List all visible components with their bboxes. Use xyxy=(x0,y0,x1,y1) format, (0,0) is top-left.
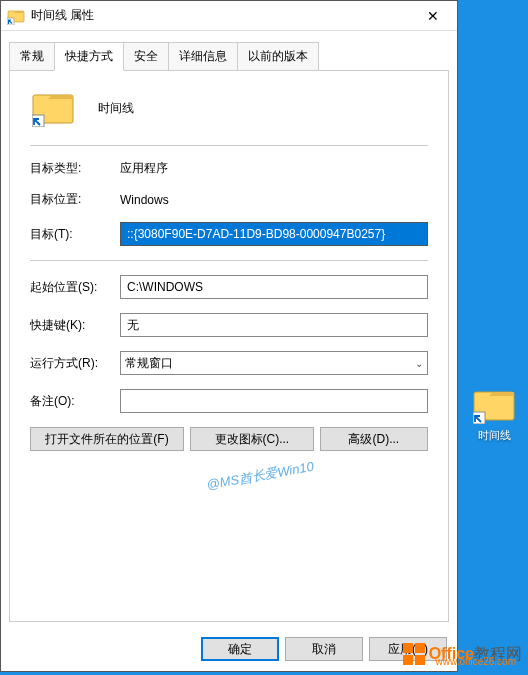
ok-button[interactable]: 确定 xyxy=(201,637,279,661)
brand-watermark: Office教程网 www.office26.com xyxy=(401,641,522,667)
desktop-shortcut-icon[interactable]: 时间线 xyxy=(468,386,520,443)
comment-input[interactable] xyxy=(120,389,428,413)
advanced-button[interactable]: 高级(D)... xyxy=(320,427,428,451)
desktop-shortcut-label: 时间线 xyxy=(468,428,520,443)
brand-logo-icon xyxy=(401,641,427,667)
target-input[interactable] xyxy=(120,222,428,246)
item-name: 时间线 xyxy=(98,100,134,117)
svg-rect-7 xyxy=(415,643,425,653)
tab-panel-shortcut: 时间线 目标类型: 应用程序 目标位置: Windows 目标(T): 起始位置… xyxy=(9,70,449,622)
label-target: 目标(T): xyxy=(30,226,120,243)
brand-url: www.office26.com xyxy=(436,656,516,667)
svg-rect-6 xyxy=(403,643,413,653)
open-file-location-button[interactable]: 打开文件所在的位置(F) xyxy=(30,427,184,451)
properties-dialog: 时间线 属性 ✕ 常规 快捷方式 安全 详细信息 以前的版本 时间线 目标类型:… xyxy=(0,0,458,672)
tab-security[interactable]: 安全 xyxy=(123,42,169,71)
value-target-type: 应用程序 xyxy=(120,160,168,177)
label-target-type: 目标类型: xyxy=(30,160,120,177)
folder-shortcut-icon xyxy=(473,386,515,424)
separator xyxy=(30,260,428,261)
value-target-location: Windows xyxy=(120,193,169,207)
item-folder-icon xyxy=(32,89,74,127)
label-run: 运行方式(R): xyxy=(30,355,120,372)
run-select[interactable]: 常规窗口 ⌄ xyxy=(120,351,428,375)
label-target-location: 目标位置: xyxy=(30,191,120,208)
tab-previous-versions[interactable]: 以前的版本 xyxy=(237,42,319,71)
titlebar-folder-icon xyxy=(7,7,25,25)
tab-details[interactable]: 详细信息 xyxy=(168,42,238,71)
change-icon-button[interactable]: 更改图标(C)... xyxy=(190,427,314,451)
svg-rect-9 xyxy=(415,655,425,665)
chevron-down-icon: ⌄ xyxy=(415,358,423,369)
tab-bar: 常规 快捷方式 安全 详细信息 以前的版本 xyxy=(9,41,449,70)
close-button[interactable]: ✕ xyxy=(413,2,453,30)
separator xyxy=(30,145,428,146)
start-in-input[interactable] xyxy=(120,275,428,299)
shortcut-key-input[interactable] xyxy=(120,313,428,337)
watermark-text: @MS酋长爱Win10 xyxy=(205,458,315,495)
dialog-title: 时间线 属性 xyxy=(31,7,413,24)
tab-general[interactable]: 常规 xyxy=(9,42,55,71)
svg-rect-8 xyxy=(403,655,413,665)
tab-shortcut[interactable]: 快捷方式 xyxy=(54,42,124,71)
label-shortcut-key: 快捷键(K): xyxy=(30,317,120,334)
label-start-in: 起始位置(S): xyxy=(30,279,120,296)
run-select-value: 常规窗口 xyxy=(125,355,173,372)
cancel-button[interactable]: 取消 xyxy=(285,637,363,661)
label-comment: 备注(O): xyxy=(30,393,120,410)
titlebar: 时间线 属性 ✕ xyxy=(1,1,457,31)
